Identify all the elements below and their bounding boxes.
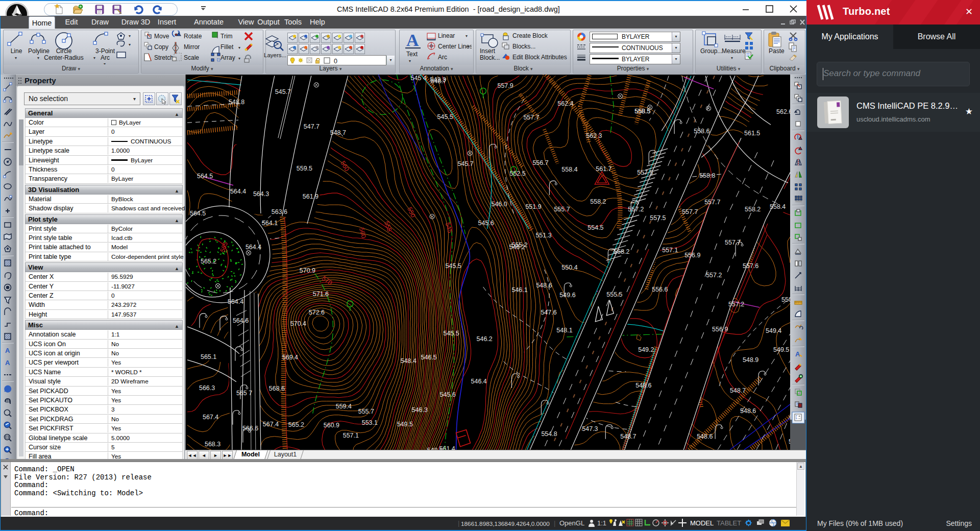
svg-text:551.9: 551.9	[525, 203, 541, 210]
svg-text:Polyline: Polyline	[28, 47, 50, 55]
svg-text:557.2: 557.2	[728, 301, 744, 308]
svg-text:548.7: 548.7	[620, 433, 636, 440]
svg-text:557.7: 557.7	[725, 239, 741, 246]
svg-text:554.5: 554.5	[587, 224, 603, 231]
svg-text:565.1: 565.1	[201, 353, 216, 360]
svg-text:566.3: 566.3	[199, 384, 215, 392]
svg-text:560.9: 560.9	[324, 422, 339, 429]
svg-text:562.4: 562.4	[557, 100, 573, 107]
svg-text:557.9: 557.9	[497, 82, 513, 89]
svg-text:Fillet: Fillet	[220, 43, 234, 51]
svg-text:▾: ▾	[238, 45, 240, 50]
svg-text:Circle: Circle	[56, 47, 72, 55]
svg-text:545.6: 545.6	[440, 391, 456, 398]
svg-text:Measure: Measure	[722, 47, 746, 55]
svg-text:550.6: 550.6	[781, 296, 790, 303]
svg-text:▾: ▾	[104, 62, 106, 64]
svg-text:561.5: 561.5	[744, 130, 760, 137]
svg-text:547.6: 547.6	[541, 309, 556, 316]
svg-text:558.5: 558.5	[634, 108, 650, 115]
svg-text:545.5: 545.5	[446, 262, 461, 270]
svg-text:563.6: 563.6	[272, 208, 287, 215]
svg-text:545.5: 545.5	[444, 330, 459, 337]
svg-text:548.6: 548.6	[536, 282, 552, 289]
svg-text:3-Point: 3-Point	[95, 47, 115, 55]
svg-text:A: A	[5, 359, 10, 367]
svg-text:564.4: 564.4	[228, 298, 243, 305]
svg-text:568.6: 568.6	[269, 385, 285, 392]
svg-text:545.6: 545.6	[478, 220, 494, 227]
svg-text:549.6: 549.6	[559, 292, 575, 299]
svg-text:548.7: 548.7	[431, 78, 447, 85]
svg-text:548 7: 548 7	[330, 129, 346, 136]
svg-text:556.9: 556.9	[684, 252, 700, 259]
svg-text:572.6: 572.6	[309, 309, 325, 316]
svg-text:556.6: 556.6	[652, 286, 668, 293]
svg-text:564.5: 564.5	[190, 210, 206, 217]
svg-text:557.1: 557.1	[662, 247, 678, 254]
svg-text:559.5: 559.5	[297, 165, 312, 172]
svg-text:557.5: 557.5	[637, 169, 653, 176]
svg-text:560: 560	[358, 227, 368, 239]
svg-text:Array: Array	[220, 54, 235, 61]
svg-text:547.7: 547.7	[304, 123, 320, 130]
svg-text:546.3: 546.3	[412, 406, 428, 414]
svg-text:562 3: 562 3	[586, 132, 602, 139]
svg-text:548.4: 548.4	[401, 357, 416, 365]
svg-text:556.7: 556.7	[532, 159, 548, 166]
svg-text:Stretch: Stretch	[154, 54, 174, 61]
svg-text:561.9: 561.9	[303, 193, 318, 200]
svg-text:564.6: 564.6	[233, 317, 249, 324]
svg-text:549.5: 549.5	[397, 421, 413, 428]
svg-text:A: A	[406, 31, 419, 50]
svg-text:546.4: 546.4	[471, 378, 487, 385]
svg-text:558.2: 558.2	[590, 198, 606, 205]
svg-text:545 4: 545 4	[411, 75, 427, 82]
svg-text:546.5: 546.5	[421, 354, 437, 361]
svg-text:569.4: 569.4	[282, 354, 298, 361]
svg-text:565.2: 565.2	[288, 421, 304, 428]
svg-text:Trim: Trim	[220, 33, 233, 40]
svg-text:▾: ▾	[238, 56, 240, 61]
svg-text:557.1: 557.1	[343, 432, 359, 439]
svg-text:558.4: 558.4	[561, 166, 577, 173]
svg-text:550: 550	[406, 206, 417, 219]
svg-text:Text: Text	[406, 51, 418, 58]
svg-text:557.2: 557.2	[628, 206, 644, 213]
svg-text:555: 555	[383, 220, 393, 232]
svg-text:550.4: 550.4	[561, 264, 577, 271]
svg-text:A: A	[795, 350, 800, 358]
svg-text:▾: ▾	[93, 56, 95, 60]
svg-text:545: 545	[444, 222, 454, 234]
svg-text:▾: ▾	[129, 42, 131, 47]
svg-text:▾: ▾	[15, 56, 17, 60]
svg-text:570.9: 570.9	[300, 267, 315, 274]
svg-text:548.9: 548.9	[743, 356, 758, 364]
svg-text:Linear: Linear	[438, 32, 455, 39]
svg-text:564.4: 564.4	[246, 244, 261, 251]
svg-text:Center-Radius: Center-Radius	[44, 54, 83, 61]
svg-text:548.1: 548.1	[556, 327, 572, 334]
svg-text:558.2: 558.2	[614, 248, 629, 255]
svg-text:Blocks...: Blocks...	[512, 43, 535, 50]
svg-text:559.4: 559.4	[336, 403, 352, 410]
svg-text:555.5: 555.5	[606, 291, 622, 298]
svg-text:Line: Line	[11, 47, 22, 55]
svg-text:Insert: Insert	[480, 47, 496, 55]
svg-text:557.6: 557.6	[743, 262, 758, 270]
svg-text:546.0: 546.0	[491, 201, 507, 208]
svg-text:555.7: 555.7	[358, 408, 374, 415]
svg-text:Paste: Paste	[769, 47, 785, 55]
svg-text:A: A	[5, 347, 10, 354]
svg-text:548.6: 548.6	[635, 382, 651, 389]
svg-text:0: 0	[334, 58, 337, 65]
svg-text:545.5: 545.5	[437, 113, 453, 120]
svg-text:Arc: Arc	[438, 54, 447, 61]
svg-text:Create Block: Create Block	[512, 32, 548, 39]
svg-text:554.8: 554.8	[541, 430, 557, 438]
svg-text:565 7: 565 7	[236, 390, 252, 397]
svg-text:565.2: 565.2	[201, 258, 216, 265]
svg-text:564.3: 564.3	[253, 190, 269, 198]
svg-text:558.8: 558.8	[699, 172, 715, 179]
svg-text:562.6: 562.6	[776, 108, 790, 115]
